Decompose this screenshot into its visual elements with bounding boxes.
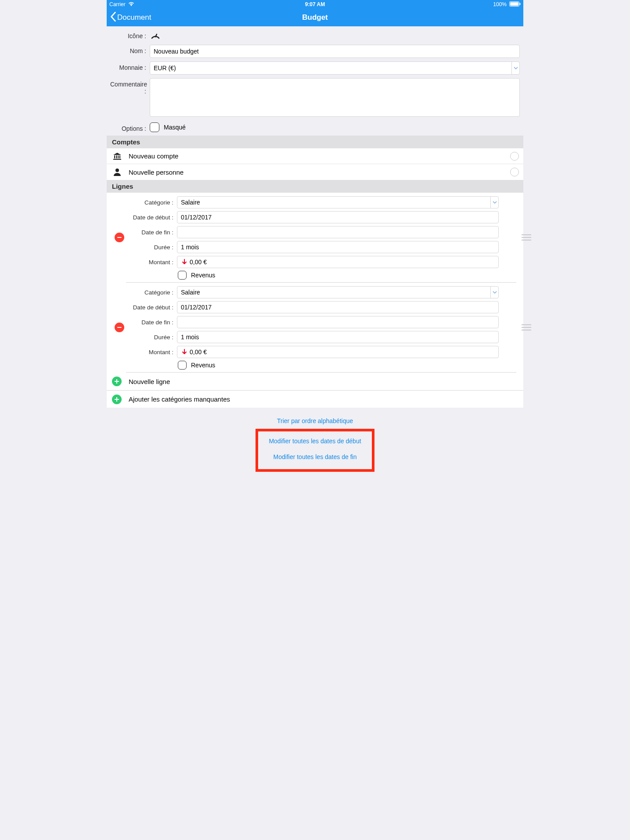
account-radio[interactable]: [510, 152, 519, 161]
svg-rect-4: [116, 155, 117, 158]
svg-rect-14: [522, 330, 531, 330]
end-date-input[interactable]: [177, 226, 499, 238]
svg-rect-3: [114, 155, 115, 158]
comment-input[interactable]: [150, 78, 520, 117]
carrier-label: Carrier: [109, 1, 126, 7]
svg-rect-7: [113, 159, 121, 160]
list-item[interactable]: Nouveau compte: [107, 148, 523, 164]
end-date-input[interactable]: [177, 316, 499, 328]
comment-label: Commentaire :: [110, 78, 146, 95]
amount-input[interactable]: 0,00 €: [177, 346, 499, 358]
svg-rect-13: [522, 327, 531, 328]
status-bar: Carrier 9:07 AM 100%: [107, 0, 523, 9]
name-input[interactable]: Nouveau budget: [150, 45, 520, 58]
plus-icon: [112, 377, 122, 386]
svg-rect-2: [520, 3, 521, 5]
start-date-input[interactable]: 01/12/2017: [177, 301, 499, 313]
currency-select[interactable]: EUR (€): [150, 61, 520, 75]
battery-label: 100%: [493, 1, 507, 7]
drag-handle-icon[interactable]: [522, 323, 531, 331]
icon-label: Icône :: [110, 30, 146, 39]
new-line-button[interactable]: Nouvelle ligne: [107, 373, 523, 390]
currency-label: Monnaie :: [110, 61, 146, 71]
highlight-annotation: Modifier toutes les dates de début Modif…: [256, 429, 374, 472]
chevron-down-icon: [511, 62, 519, 74]
icon-preview[interactable]: [150, 30, 161, 41]
person-icon: [112, 168, 122, 176]
plus-icon: [112, 395, 122, 404]
lines-section-header: Lignes: [107, 180, 523, 193]
income-label: Revenus: [191, 272, 215, 279]
add-missing-categories-button[interactable]: Ajouter les catégories manquantes: [107, 390, 523, 408]
person-radio[interactable]: [510, 168, 519, 176]
delete-line-button[interactable]: [115, 233, 124, 242]
wifi-icon: [128, 1, 134, 7]
svg-rect-9: [522, 234, 531, 235]
amount-input[interactable]: 0,00 €: [177, 256, 499, 268]
income-checkbox[interactable]: [178, 361, 187, 370]
accounts-section-header: Comptes: [107, 136, 523, 148]
income-checkbox[interactable]: [178, 271, 187, 280]
budget-line: Catégorie : Salaire Date de début : 01/1…: [126, 283, 516, 373]
back-label: Document: [117, 13, 151, 22]
clock: 9:07 AM: [0, 1, 630, 7]
chevron-down-icon: [490, 197, 498, 208]
svg-rect-10: [522, 237, 531, 238]
back-button[interactable]: Document: [107, 12, 151, 24]
svg-rect-6: [119, 155, 120, 158]
category-select[interactable]: Salaire: [177, 286, 499, 298]
svg-rect-12: [522, 324, 531, 325]
hidden-checkbox[interactable]: [150, 122, 159, 132]
drag-handle-icon[interactable]: [522, 233, 531, 241]
income-label: Revenus: [191, 362, 215, 369]
category-select[interactable]: Salaire: [177, 196, 499, 208]
delete-line-button[interactable]: [115, 323, 124, 332]
hidden-label: Masqué: [164, 124, 186, 131]
start-date-input[interactable]: 01/12/2017: [177, 211, 499, 223]
account-label: Nouveau compte: [129, 152, 518, 160]
page-title: Budget: [107, 13, 523, 22]
chevron-down-icon: [490, 287, 498, 298]
svg-rect-11: [522, 240, 531, 241]
list-item[interactable]: Nouvelle personne: [107, 164, 523, 180]
svg-rect-1: [510, 2, 518, 6]
duration-input[interactable]: 1 mois: [177, 241, 499, 253]
options-label: Options :: [110, 122, 146, 132]
budget-line: Catégorie : Salaire Date de début : 01/1…: [126, 193, 516, 283]
bank-icon: [112, 152, 122, 160]
expense-arrow-icon: [181, 259, 188, 265]
person-label: Nouvelle personne: [129, 169, 518, 176]
edit-all-start-dates-link[interactable]: Modifier toutes les dates de début: [269, 433, 361, 449]
expense-arrow-icon: [181, 349, 188, 355]
svg-rect-5: [118, 155, 119, 158]
name-label: Nom :: [110, 45, 146, 54]
chevron-left-icon: [110, 12, 116, 24]
sort-alpha-link[interactable]: Trier par ordre alphabétique: [107, 415, 523, 427]
battery-icon: [509, 1, 521, 8]
duration-input[interactable]: 1 mois: [177, 331, 499, 343]
edit-all-end-dates-link[interactable]: Modifier toutes les dates de fin: [269, 449, 361, 465]
svg-point-8: [115, 169, 119, 172]
